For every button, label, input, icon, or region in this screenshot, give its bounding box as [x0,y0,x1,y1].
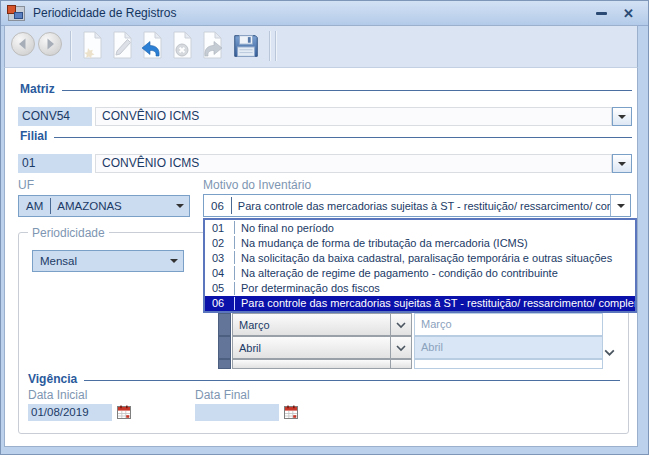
chevron-down-icon [395,320,407,330]
close-icon: ✕ [623,6,634,21]
toolbar-separator [70,31,71,61]
undo-arrow-icon [140,31,164,59]
calendar-icon [283,403,299,420]
new-record-button[interactable] [80,31,106,61]
nav-forward-button[interactable] [37,31,63,61]
dropdown-option[interactable]: 04 Na alteração de regime de pagamento -… [205,265,635,280]
vigencia-section-label: Vigência [28,372,77,386]
month-value-cell[interactable]: Abril [414,336,603,359]
uf-label: UF [18,178,34,192]
edit-pencil-icon [110,31,134,59]
form-icon [8,6,25,21]
chevron-down-icon [603,347,616,358]
data-final-calendar-button[interactable] [282,402,299,420]
window-title: Periodicidade de Registros [33,6,176,20]
grid-scrollbar-down-button[interactable] [601,345,617,359]
minimize-button[interactable] [594,8,609,19]
months-grid: Março Março Abril Abril [218,313,603,369]
chevron-down-icon [617,204,625,208]
month-value-cell[interactable]: Março [414,313,603,336]
save-floppy-icon [231,31,261,61]
dropdown-option-selected[interactable]: 06 Para controle das mercadorias sujeita… [205,296,635,311]
dropdown-option[interactable]: 01 No final no período [205,220,635,235]
chevron-down-icon [395,343,407,353]
month-value-cell[interactable] [414,359,603,369]
titlebar: Periodicidade de Registros ✕ [1,1,648,26]
month-combo-cell[interactable] [232,359,412,369]
dropdown-option[interactable]: 02 Na mudança de forma de tributação da … [205,235,635,250]
uf-dropdown-button[interactable] [170,196,189,216]
vigencia-section-header: Vigência [28,372,620,386]
periodicidade-combobox[interactable]: Mensal [32,250,184,272]
filial-code-field[interactable]: 01 [18,154,92,173]
dropdown-option[interactable]: 05 Por determinação dos fiscos [205,281,635,296]
data-inicial-label: Data Inicial [28,388,87,402]
uf-name: AMAZONAS [57,200,170,212]
grid-combo-dropdown-button[interactable] [390,314,411,335]
delete-record-button[interactable] [170,31,196,61]
grid-row [218,359,603,369]
month-combo-cell[interactable]: Abril [232,336,412,359]
motivo-code: 06 [204,200,224,212]
minimize-icon [596,12,607,15]
edit-record-button[interactable] [110,31,136,61]
filial-section-header: Filial [20,129,632,143]
grid-row: Março Março [218,313,603,336]
matriz-dropdown-button[interactable] [612,107,632,126]
grid-combo-dropdown-button[interactable] [390,337,411,358]
data-inicial-calendar-button[interactable] [115,402,132,420]
chevron-down-icon [618,162,626,166]
separator [231,197,232,214]
filial-dropdown-button[interactable] [612,154,632,173]
motivo-combobox[interactable]: 06 Para controle das mercadorias sujeita… [203,194,631,217]
toolbar-separator [275,31,276,61]
data-final-field[interactable] [195,404,279,421]
chevron-down-icon [176,204,184,208]
arrow-left-circle-icon [10,31,36,57]
periodicidade-dropdown-button[interactable] [164,251,183,271]
row-header-cell[interactable] [218,336,231,359]
chevron-down-icon [618,115,626,119]
redo-button[interactable] [200,31,226,61]
filial-section-label: Filial [20,129,47,143]
matriz-section-label: Matriz [20,82,55,96]
close-button[interactable]: ✕ [623,7,634,20]
cancel-x-icon [170,31,194,59]
matriz-code-field[interactable]: CONV54 [18,107,92,126]
chevron-down-icon [170,259,178,263]
motivo-value: Para controle das mercadorias sujeitas à… [238,200,610,212]
row-header-cell[interactable] [218,359,231,369]
motivo-label: Motivo do Inventário [203,178,311,192]
new-document-icon [80,31,104,59]
arrow-right-circle-icon [37,31,63,57]
data-final-label: Data Final [195,388,250,402]
uf-combobox[interactable]: AM AMAZONAS [18,195,190,217]
dropdown-option[interactable]: 03 Na solicitação da baixa cadastral, pa… [205,250,635,265]
matriz-description-field: CONVÊNIO ICMS [95,107,612,126]
data-inicial-field[interactable]: 01/08/2019 [28,404,112,421]
redo-arrow-icon [200,31,224,59]
matriz-section-header: Matriz [20,82,632,96]
month-combo-cell[interactable]: Março [232,313,412,336]
grid-row: Abril Abril [218,336,603,359]
periodicidade-value: Mensal [33,255,77,267]
motivo-dropdown-list: 01 No final no período 02 Na mudança de … [203,218,637,313]
calendar-icon [116,403,132,420]
motivo-dropdown-button[interactable] [610,195,630,216]
save-button[interactable] [231,31,263,61]
filial-description-field: CONVÊNIO ICMS [95,154,612,173]
uf-code: AM [19,200,43,212]
undo-button[interactable] [140,31,166,61]
window: Periodicidade de Registros ✕ [0,0,649,455]
periodicidade-label: Periodicidade [28,226,109,240]
toolbar-separator [269,31,270,61]
row-header-cell[interactable] [218,313,231,336]
separator [50,198,51,214]
nav-back-button[interactable] [10,31,36,61]
